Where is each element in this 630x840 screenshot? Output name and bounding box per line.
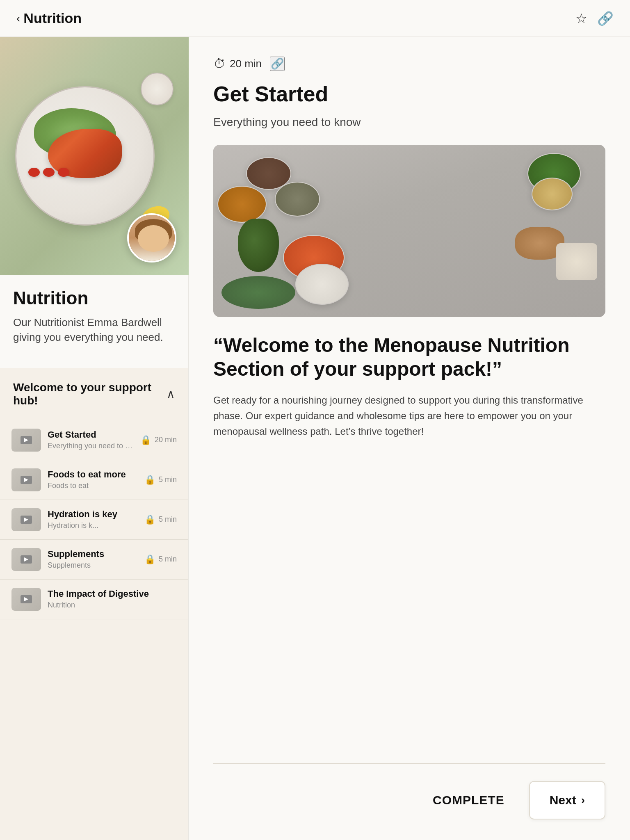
main-layout: Nutrition Our Nutritionist Emma Bardwell… xyxy=(0,37,630,840)
next-button[interactable]: Next › xyxy=(529,781,605,819)
lock-icon: 🔒 xyxy=(144,514,155,525)
lesson-info: Foods to eat more Foods to eat xyxy=(48,469,138,490)
lesson-thumbnail xyxy=(11,468,41,491)
avatar-face xyxy=(129,215,175,261)
tomato xyxy=(28,168,40,177)
page-title: Nutrition xyxy=(23,10,82,26)
app-header: ‹ Nutrition ☆ 🔗 xyxy=(0,0,630,37)
lesson-subtitle: Everything you need to know xyxy=(48,442,134,450)
back-arrow-icon: ‹ xyxy=(16,12,20,25)
lesson-list: Get Started Everything you need to know … xyxy=(0,420,188,628)
lesson-thumb-inner xyxy=(11,468,41,491)
lesson-subtitle: Supplements xyxy=(48,561,138,570)
quote-body: Get ready for a nourishing journey desig… xyxy=(213,393,605,440)
content-link-button[interactable]: 🔗 xyxy=(270,57,285,71)
lesson-meta: 🔒 5 min xyxy=(144,554,177,565)
tomato xyxy=(58,168,69,177)
lesson-thumb-inner xyxy=(11,429,41,452)
chickpeas-bowl xyxy=(532,178,573,210)
share-icon: 🔗 xyxy=(597,11,614,26)
lesson-meta: 🔒 5 min xyxy=(144,475,177,485)
lesson-thumbnail xyxy=(11,588,41,611)
lesson-info: Get Started Everything you need to know xyxy=(48,429,134,450)
list-item[interactable]: Supplements Supplements 🔒 5 min xyxy=(0,540,188,580)
list-item[interactable]: The Impact of Digestive Nutrition xyxy=(0,580,188,619)
play-icon xyxy=(21,476,32,484)
lock-icon: 🔒 xyxy=(144,475,155,485)
hero-image-container xyxy=(0,37,189,275)
lesson-subtitle: Foods to eat xyxy=(48,482,138,490)
lesson-thumb-inner xyxy=(11,508,41,531)
bowls-background xyxy=(213,145,605,317)
play-icon xyxy=(21,436,32,444)
seeds-bowl xyxy=(275,182,320,217)
content-title: Get Started xyxy=(213,82,605,106)
complete-button[interactable]: COMPLETE xyxy=(408,780,529,820)
tomatoes xyxy=(28,168,69,177)
share-button[interactable]: 🔗 xyxy=(597,11,614,26)
bookmark-button[interactable]: ☆ xyxy=(575,11,587,26)
lesson-title: Get Started xyxy=(48,429,134,440)
lesson-thumb-inner xyxy=(11,588,41,611)
food-bowls-image xyxy=(213,145,605,317)
tomato xyxy=(43,168,55,177)
lesson-duration: 5 min xyxy=(159,475,177,484)
bottom-actions: COMPLETE Next › xyxy=(213,763,605,820)
next-label: Next xyxy=(550,793,576,807)
header-icons: ☆ 🔗 xyxy=(575,11,614,26)
lesson-thumb-inner xyxy=(11,548,41,571)
lesson-duration: 5 min xyxy=(159,555,177,564)
left-panel: Nutrition Our Nutritionist Emma Bardwell… xyxy=(0,37,189,840)
white-beans-bowl xyxy=(295,264,349,305)
chevron-up-icon: ∧ xyxy=(167,387,175,401)
duration-meta: ⏱ 20 min xyxy=(213,57,262,71)
nutrition-info: Nutrition Our Nutritionist Emma Bardwell… xyxy=(0,275,188,368)
nutrition-title: Nutrition xyxy=(13,288,175,308)
lesson-title: The Impact of Digestive xyxy=(48,589,170,599)
support-hub-header[interactable]: Welcome to your support hub! ∧ xyxy=(0,368,188,420)
support-hub: Welcome to your support hub! ∧ Get Start… xyxy=(0,368,188,840)
nutrition-description: Our Nutritionist Emma Bardwell giving yo… xyxy=(13,315,175,345)
lesson-meta: 🔒 20 min xyxy=(140,435,177,445)
right-panel: ⏱ 20 min 🔗 Get Started Everything you ne… xyxy=(189,37,630,840)
list-item[interactable]: Foods to eat more Foods to eat 🔒 5 min xyxy=(0,460,188,500)
lock-icon: 🔒 xyxy=(140,435,151,445)
duration-text: 20 min xyxy=(230,57,262,70)
play-icon xyxy=(21,516,32,524)
lesson-info: Supplements Supplements xyxy=(48,549,138,570)
lesson-title: Supplements xyxy=(48,549,138,559)
lesson-thumbnail xyxy=(11,429,41,452)
tofu-pieces xyxy=(556,243,597,280)
content-meta: ⏱ 20 min 🔗 xyxy=(213,57,605,71)
quote-text: “Welcome to the Menopause Nutrition Sect… xyxy=(213,333,605,381)
back-button[interactable]: ‹ Nutrition xyxy=(16,10,82,26)
lesson-duration: 5 min xyxy=(159,515,177,524)
lesson-info: The Impact of Digestive Nutrition xyxy=(48,589,170,609)
hero-image xyxy=(0,37,189,275)
lesson-subtitle: Nutrition xyxy=(48,601,170,609)
clock-icon: ⏱ xyxy=(213,57,226,71)
support-hub-title: Welcome to your support hub! xyxy=(13,381,167,407)
lock-icon: 🔒 xyxy=(144,554,155,565)
lesson-info: Hydration is key Hydration is k... xyxy=(48,509,138,530)
next-arrow-icon: › xyxy=(581,794,585,807)
play-icon xyxy=(21,555,32,564)
avocado xyxy=(238,219,279,272)
sesame-bowl xyxy=(141,73,173,105)
quote-section: “Welcome to the Menopause Nutrition Sect… xyxy=(213,333,605,439)
list-item[interactable]: Get Started Everything you need to know … xyxy=(0,420,188,460)
play-icon xyxy=(21,595,32,603)
lesson-duration: 20 min xyxy=(155,436,177,444)
lentils-bowl xyxy=(217,186,267,223)
bookmark-icon: ☆ xyxy=(575,11,587,26)
spinach-leaves xyxy=(221,276,295,309)
lesson-thumbnail xyxy=(11,548,41,571)
header-left: ‹ Nutrition xyxy=(16,10,82,26)
avatar xyxy=(127,213,176,262)
lesson-title: Hydration is key xyxy=(48,509,138,520)
avatar-face-skin xyxy=(138,225,169,252)
list-item[interactable]: Hydration is key Hydration is k... 🔒 5 m… xyxy=(0,500,188,540)
lesson-subtitle: Hydration is k... xyxy=(48,521,138,530)
lesson-thumbnail xyxy=(11,508,41,531)
lesson-title: Foods to eat more xyxy=(48,469,138,480)
